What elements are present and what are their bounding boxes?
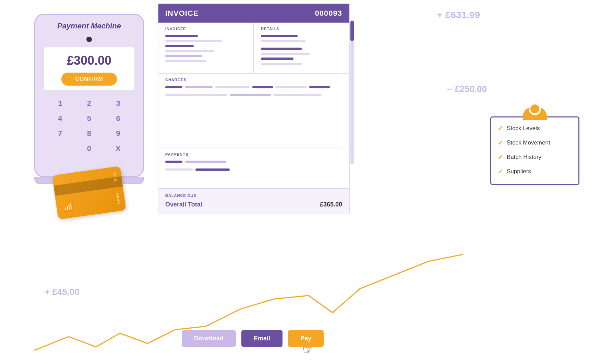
payments-row1: [165, 161, 342, 166]
machine-amount: £300.00: [48, 53, 130, 68]
checklist-item-stock-movement: ✓ Stock Movement: [497, 139, 572, 147]
invoice-section-invoicee: INVOICEE DETAILS: [158, 23, 349, 74]
payments-row2: [165, 168, 342, 174]
key-2[interactable]: 2: [80, 99, 99, 108]
card-stripe: [53, 176, 123, 196]
credit-card: 📶 4478 5... MR MO...: [52, 166, 126, 220]
invoicee-label: INVOICEE: [165, 27, 247, 31]
pay-wrapper: Pay ☞: [288, 330, 324, 347]
charges-row1: [165, 86, 342, 91]
details-col: DETAILS: [254, 23, 349, 73]
key-clear[interactable]: X: [108, 144, 128, 153]
checkmark-icon-2: ✓: [497, 139, 503, 147]
payments-label: PAYMENTS: [165, 152, 342, 156]
cursor-hand-icon: ☞: [302, 343, 313, 357]
clipboard-clip-top: [523, 106, 547, 120]
clipboard-clip-circle: [529, 103, 541, 115]
download-button[interactable]: Download: [182, 330, 236, 347]
details-label: DETAILS: [261, 27, 342, 31]
card-name: MR MO...: [116, 193, 121, 206]
key-3[interactable]: 3: [108, 99, 128, 108]
stat-minus: − £250.00: [447, 84, 487, 95]
invoice-title: INVOICE: [165, 9, 199, 18]
clipboard-body: ✓ Stock Levels ✓ Stock Movement ✓ Batch …: [490, 116, 579, 185]
overall-total-label: Overall Total: [165, 201, 202, 208]
machine-camera: [86, 37, 92, 42]
email-button[interactable]: Email: [241, 330, 283, 347]
checklist-label-batch-history: Batch History: [507, 154, 541, 161]
checkmark-icon-4: ✓: [497, 167, 503, 176]
invoice-section-payments: PAYMENTS: [158, 148, 349, 189]
details-line5: [261, 58, 293, 60]
invoicee-line5: [165, 55, 202, 57]
checklist-label-suppliers: Suppliers: [507, 168, 531, 175]
invoice-section-balance: BALANCE DUE Overall Total £365.00: [158, 189, 349, 214]
details-line2: [261, 40, 305, 42]
balance-row: Overall Total £365.00: [165, 201, 342, 208]
confirm-button[interactable]: CONFIRM: [61, 73, 117, 86]
details-line4: [261, 53, 310, 55]
checkmark-icon-3: ✓: [497, 153, 503, 161]
invoice-section-charges: CHARGES: [158, 74, 349, 148]
action-buttons: Download Email Pay ☞: [182, 330, 324, 347]
balance-due-label: BALANCE DUE: [165, 193, 342, 198]
checklist-label-stock-levels: Stock Levels: [507, 125, 540, 132]
charges-row2: [165, 94, 342, 99]
card-wifi-icon: 📶: [62, 201, 74, 213]
details-line6: [261, 63, 302, 65]
payment-machine: Payment Machine £300.00 CONFIRM 1 2 3 4 …: [34, 14, 144, 184]
overall-total-amount: £365.00: [320, 201, 342, 208]
invoicee-line4: [165, 50, 214, 52]
machine-display: £300.00 CONFIRM: [44, 47, 135, 91]
key-6[interactable]: 6: [108, 114, 128, 123]
key-9[interactable]: 9: [108, 129, 128, 138]
invoicee-col: INVOICEE: [158, 23, 254, 73]
invoice: INVOICE 000093 INVOICEE DETAILS: [158, 3, 350, 214]
machine-body: Payment Machine £300.00 CONFIRM 1 2 3 4 …: [34, 14, 144, 177]
details-line1: [261, 35, 298, 37]
invoice-scrollbar-thumb: [350, 21, 354, 41]
checklist-item-batch-history: ✓ Batch History: [497, 153, 572, 161]
invoicee-line6: [165, 60, 206, 62]
charges-label: CHARGES: [165, 78, 342, 82]
invoice-header: INVOICE 000093: [158, 4, 349, 23]
details-line3: [261, 48, 302, 50]
invoicee-line3: [165, 45, 194, 47]
invoicee-line1: [165, 35, 198, 37]
invoice-number: 000093: [315, 9, 342, 18]
checklist-label-stock-movement: Stock Movement: [507, 139, 550, 146]
checklist-item-stock-levels: ✓ Stock Levels: [497, 124, 572, 133]
key-8[interactable]: 8: [80, 129, 99, 138]
stat-bottom-plus: + £45.00: [45, 287, 80, 297]
invoice-scrollbar[interactable]: [350, 21, 354, 164]
key-0[interactable]: 0: [80, 144, 99, 153]
clipboard: ✓ Stock Levels ✓ Stock Movement ✓ Batch …: [490, 106, 579, 185]
keypad: 1 2 3 4 5 6 7 8 9 0 X: [44, 96, 135, 156]
machine-title: Payment Machine: [44, 22, 135, 30]
key-7[interactable]: 7: [50, 129, 70, 138]
invoicee-line2: [165, 40, 222, 42]
stat-top-plus: + £631.99: [437, 10, 480, 21]
key-1[interactable]: 1: [50, 99, 70, 108]
key-4[interactable]: 4: [50, 114, 70, 123]
key-5[interactable]: 5: [80, 114, 99, 123]
key-empty: [50, 144, 70, 153]
checkmark-icon: ✓: [497, 124, 503, 133]
checklist-item-suppliers: ✓ Suppliers: [497, 167, 572, 176]
